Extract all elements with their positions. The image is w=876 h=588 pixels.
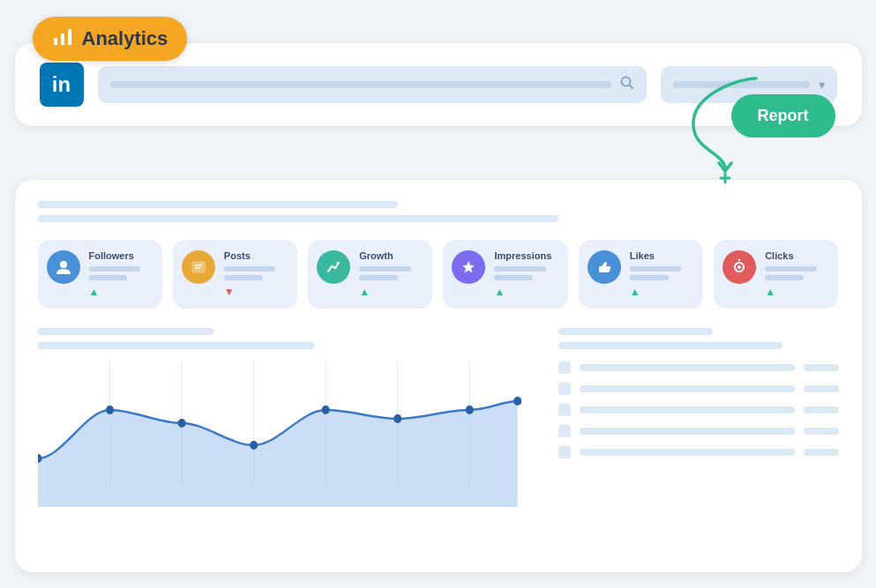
svg-point-9: [60, 261, 67, 268]
likes-info: Likes ▲: [630, 250, 694, 298]
svg-point-27: [106, 406, 114, 414]
bottom-section: [38, 328, 839, 507]
list-dot: [558, 446, 571, 458]
metric-card-posts: Posts ▼: [173, 240, 297, 309]
list-item: [558, 446, 838, 458]
clicks-info: Clicks ▲: [765, 250, 829, 298]
metric-card-likes: Likes ▲: [579, 240, 703, 309]
linkedin-logo: in: [40, 63, 84, 107]
clicks-icon-circle: [723, 250, 756, 284]
report-button[interactable]: Report: [731, 94, 835, 138]
likes-label: Likes: [630, 250, 694, 261]
impressions-icon-circle: [452, 250, 485, 284]
skeleton-lines-top: [38, 201, 839, 222]
list-item: [558, 383, 838, 395]
metric-card-growth: Growth ▲: [308, 240, 432, 309]
growth-bar-2: [359, 275, 398, 280]
posts-info: Posts ▼: [224, 250, 288, 298]
followers-bar-2: [89, 275, 128, 280]
chart-section: [38, 328, 542, 507]
list-bar-short: [804, 428, 839, 435]
svg-rect-16: [599, 266, 602, 272]
list-bar-short: [804, 406, 839, 413]
impressions-trend: ▲: [494, 286, 558, 298]
followers-bar-1: [89, 266, 141, 272]
posts-bar-1: [224, 266, 276, 272]
svg-rect-10: [192, 262, 205, 272]
svg-point-31: [393, 414, 401, 423]
likes-bar-1: [630, 266, 682, 272]
clicks-bar-2: [765, 275, 804, 280]
bottom-card: Followers ▲ Posts: [15, 180, 862, 572]
list-item: [558, 425, 838, 437]
svg-point-33: [513, 397, 521, 406]
likes-trend: ▲: [630, 286, 694, 298]
posts-trend: ▼: [224, 286, 288, 298]
list-bar: [580, 449, 794, 456]
skel-line-2: [38, 215, 558, 222]
posts-label: Posts: [224, 250, 288, 261]
chart-skel-2: [38, 342, 315, 349]
search-bar[interactable]: [98, 66, 647, 103]
svg-rect-1: [61, 33, 64, 45]
svg-rect-0: [54, 38, 57, 45]
list-bar: [580, 364, 794, 371]
impressions-bar-2: [494, 275, 533, 280]
impressions-bar-1: [494, 266, 546, 272]
svg-point-32: [465, 406, 473, 414]
growth-bar-1: [359, 266, 411, 272]
posts-icon-circle: [182, 250, 215, 284]
clicks-trend: ▲: [765, 286, 829, 298]
area-chart-svg: [38, 361, 542, 507]
svg-point-30: [321, 406, 329, 414]
followers-label: Followers: [89, 250, 153, 261]
search-icon: [620, 76, 634, 93]
search-bar-placeholder: [110, 81, 611, 88]
followers-icon-circle: [47, 250, 80, 284]
analytics-icon: [52, 26, 73, 52]
svg-point-29: [250, 441, 258, 450]
growth-info: Growth ▲: [359, 250, 423, 298]
list-dot: [558, 361, 571, 374]
impressions-label: Impressions: [494, 250, 558, 261]
likes-bar-2: [630, 275, 669, 280]
outer-wrapper: Analytics Report in ▾: [15, 17, 862, 572]
likes-icon-circle: [588, 250, 621, 284]
metric-cards-row: Followers ▲ Posts: [38, 240, 839, 309]
clicks-label: Clicks: [765, 250, 829, 261]
list-dot: [558, 425, 571, 437]
svg-point-18: [737, 265, 741, 269]
list-bar-short: [804, 449, 839, 456]
followers-trend: ▲: [89, 286, 153, 298]
list-item: [558, 404, 838, 416]
list-bar-short: [804, 364, 839, 371]
skel-line-1: [38, 201, 399, 208]
analytics-label: Analytics: [82, 27, 168, 50]
right-skel-header: [558, 328, 838, 349]
analytics-badge: Analytics: [33, 17, 188, 61]
svg-point-28: [177, 419, 185, 428]
right-skel-1: [558, 328, 712, 335]
svg-rect-2: [68, 29, 71, 45]
list-dot: [558, 404, 571, 416]
chart-skel-1: [38, 328, 214, 335]
followers-info: Followers ▲: [89, 250, 153, 298]
chart-skeleton-lines: [38, 328, 542, 349]
posts-bar-2: [224, 275, 263, 280]
svg-line-13: [328, 266, 332, 272]
list-bar-short: [804, 385, 839, 392]
growth-trend: ▲: [359, 286, 423, 298]
list-item: [558, 361, 838, 374]
chevron-down-icon: ▾: [819, 78, 825, 92]
list-dot: [558, 383, 571, 395]
right-section: [558, 328, 838, 507]
impressions-info: Impressions ▲: [494, 250, 558, 298]
metric-card-followers: Followers ▲: [38, 240, 162, 309]
metric-card-clicks: Clicks ▲: [714, 240, 838, 309]
metric-card-impressions: Impressions ▲: [443, 240, 567, 309]
area-chart: [38, 361, 542, 507]
list-bar: [580, 406, 794, 413]
list-bar: [580, 428, 794, 435]
clicks-bar-1: [765, 266, 817, 272]
svg-line-8: [629, 85, 633, 88]
